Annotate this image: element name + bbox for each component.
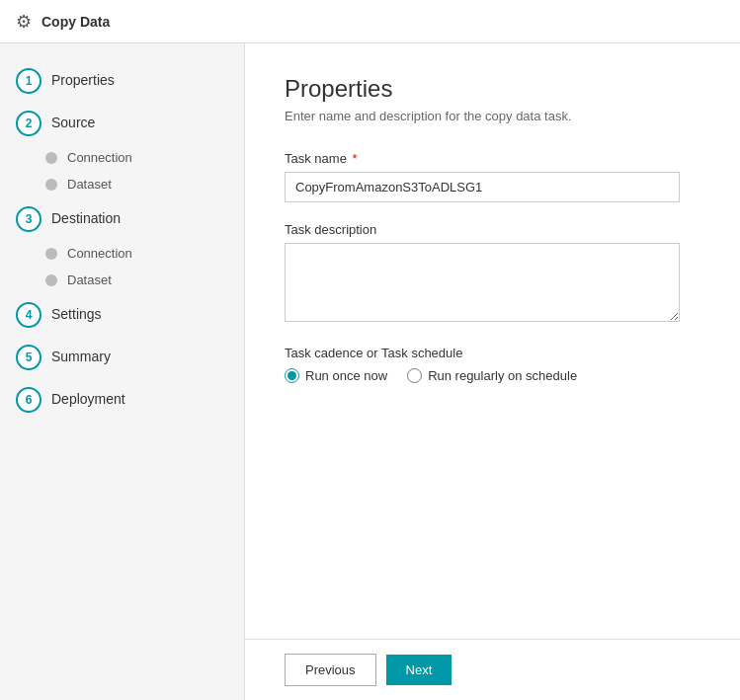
content-area: Properties Enter name and description fo… <box>245 43 740 700</box>
sidebar-item-source[interactable]: 2 Source <box>0 102 244 144</box>
radio-run-once-input[interactable] <box>285 368 299 383</box>
task-description-label: Task description <box>285 222 700 237</box>
task-description-input[interactable] <box>285 243 680 322</box>
step-circle-2: 2 <box>16 111 41 136</box>
sidebar: 1 Properties 2 Source Connection Dataset <box>0 43 245 700</box>
sidebar-item-properties[interactable]: 1 Properties <box>0 59 244 102</box>
source-sub-items: Connection Dataset <box>0 144 244 197</box>
source-dataset-label: Dataset <box>67 177 112 192</box>
sidebar-label-source: Source <box>51 110 95 135</box>
step-circle-5: 5 <box>16 345 41 370</box>
task-cadence-label: Task cadence or Task schedule <box>285 346 700 360</box>
main-layout: 1 Properties 2 Source Connection Dataset <box>0 43 740 700</box>
sidebar-item-destination[interactable]: 3 Destination <box>0 197 244 240</box>
task-name-input[interactable] <box>285 172 680 202</box>
radio-run-schedule-label: Run regularly on schedule <box>428 368 577 383</box>
destination-dataset-item[interactable]: Dataset <box>45 267 244 293</box>
sidebar-item-deployment[interactable]: 6 Deployment <box>0 378 244 421</box>
sidebar-label-settings: Settings <box>51 301 102 327</box>
page-subtitle: Enter name and description for the copy … <box>285 109 700 123</box>
task-description-group: Task description <box>285 222 700 326</box>
sidebar-label-destination: Destination <box>51 205 121 231</box>
destination-dataset-label: Dataset <box>67 272 112 287</box>
destination-connection-item[interactable]: Connection <box>45 240 244 267</box>
app-title: Copy Data <box>41 14 110 30</box>
task-name-label: Task name * <box>285 151 700 166</box>
destination-sub-items: Connection Dataset <box>0 240 244 293</box>
previous-button[interactable]: Previous <box>285 654 376 686</box>
source-dataset-item[interactable]: Dataset <box>45 171 244 197</box>
step-circle-1: 1 <box>16 68 41 94</box>
source-connection-label: Connection <box>67 150 132 165</box>
sidebar-item-settings[interactable]: 4 Settings <box>0 293 244 336</box>
source-connection-item[interactable]: Connection <box>45 144 244 171</box>
step-circle-4: 4 <box>16 302 41 328</box>
radio-run-schedule[interactable]: Run regularly on schedule <box>407 368 577 383</box>
next-button[interactable]: Next <box>386 655 452 685</box>
sidebar-label-properties: Properties <box>51 67 115 93</box>
task-name-group: Task name * <box>285 151 700 202</box>
destination-connection-dot <box>45 248 57 260</box>
step-circle-6: 6 <box>16 387 41 413</box>
radio-run-schedule-input[interactable] <box>407 368 422 383</box>
copy-data-icon: ⚙ <box>16 11 32 33</box>
step-circle-3: 3 <box>16 206 41 232</box>
required-star: * <box>353 151 358 166</box>
sidebar-label-summary: Summary <box>51 344 111 369</box>
destination-dataset-dot <box>45 274 57 286</box>
sidebar-item-summary[interactable]: 5 Summary <box>0 336 244 378</box>
source-connection-dot <box>45 152 57 164</box>
destination-connection-label: Connection <box>67 246 132 261</box>
source-dataset-dot <box>45 179 57 191</box>
page-title: Properties <box>285 75 700 103</box>
sidebar-label-deployment: Deployment <box>51 386 125 412</box>
radio-run-once-label: Run once now <box>305 368 387 383</box>
content-inner: Properties Enter name and description fo… <box>245 43 740 639</box>
radio-run-once[interactable]: Run once now <box>285 368 387 383</box>
content-footer: Previous Next <box>245 639 740 700</box>
top-bar: ⚙ Copy Data <box>0 0 740 43</box>
radio-options: Run once now Run regularly on schedule <box>285 368 700 383</box>
task-cadence-group: Task cadence or Task schedule Run once n… <box>285 346 700 383</box>
